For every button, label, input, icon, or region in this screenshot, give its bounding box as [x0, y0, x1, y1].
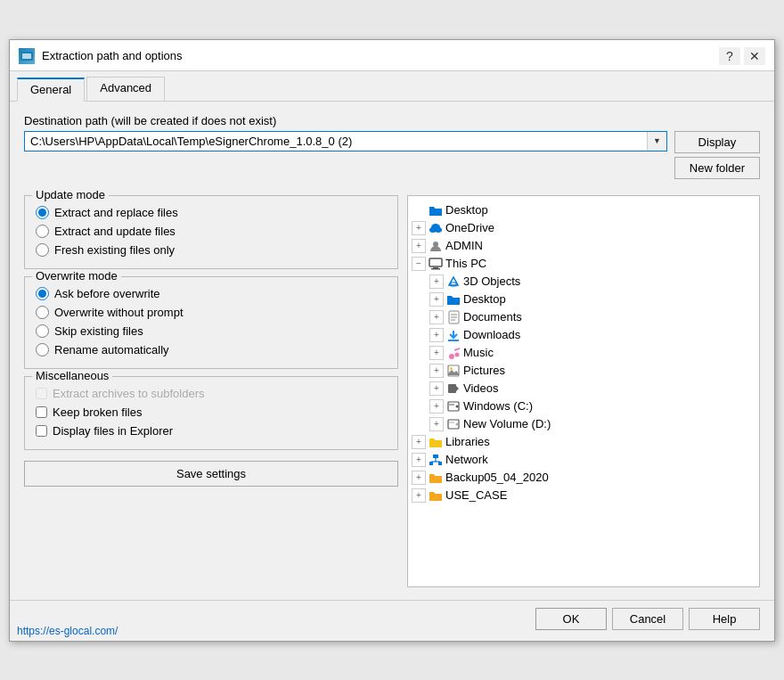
- expand-btn[interactable]: +: [429, 310, 444, 324]
- radio-skip-existing: Skip existing files: [36, 322, 387, 340]
- title-actions: ? ✕: [719, 47, 765, 65]
- documents-icon: [446, 310, 461, 324]
- checkbox-keep-broken: Keep broken files: [36, 403, 387, 422]
- file-tree-panel[interactable]: Desktop + OneDrive + ADMIN: [407, 195, 760, 587]
- destination-right-buttons: Display New folder: [674, 131, 760, 179]
- rename-auto-radio[interactable]: [36, 343, 49, 356]
- extract-subfolders-label[interactable]: Extract archives to subfolders: [53, 387, 205, 400]
- tree-label: OneDrive: [445, 221, 494, 234]
- tree-item-videos[interactable]: + Videos: [412, 380, 755, 397]
- expand-btn[interactable]: +: [429, 399, 444, 414]
- close-button[interactable]: ✕: [744, 47, 765, 65]
- tree-label: ADMIN: [445, 239, 483, 252]
- extract-update-label[interactable]: Extract and update files: [54, 225, 176, 238]
- tree-item-desktop-child[interactable]: + Desktop: [412, 291, 755, 308]
- ask-before-radio[interactable]: [36, 287, 49, 300]
- tree-label: Network: [445, 453, 488, 466]
- expand-btn[interactable]: +: [429, 274, 444, 289]
- tree-item-onedrive[interactable]: + OneDrive: [412, 219, 755, 237]
- footer-link[interactable]: https://es-glocal.com/: [10, 621, 125, 641]
- skip-existing-label[interactable]: Skip existing files: [54, 324, 143, 338]
- hdd-icon: [446, 399, 461, 414]
- destination-dropdown-btn[interactable]: ▼: [647, 132, 666, 151]
- expand-btn[interactable]: +: [429, 381, 444, 396]
- new-folder-button[interactable]: New folder: [674, 157, 760, 179]
- overwrite-no-prompt-radio[interactable]: [36, 306, 49, 319]
- extract-subfolders-checkbox[interactable]: [36, 388, 47, 399]
- tree-item-admin[interactable]: + ADMIN: [412, 237, 755, 255]
- tree-item-3dobjects[interactable]: + 3D Objects: [412, 273, 755, 291]
- tree-label: Backup05_04_2020: [445, 471, 549, 484]
- bottom-bar: https://es-glocal.com/ OK Cancel Help: [10, 600, 774, 641]
- extract-replace-radio[interactable]: [36, 206, 49, 219]
- network-icon: [429, 453, 443, 467]
- help-button[interactable]: Help: [689, 608, 760, 630]
- expand-btn[interactable]: +: [429, 292, 444, 307]
- onedrive-icon: [429, 221, 443, 235]
- extract-replace-label[interactable]: Extract and replace files: [54, 206, 178, 219]
- tree-item-windows-c[interactable]: + Windows (C:): [412, 397, 755, 415]
- tree-item-documents[interactable]: + Documents: [412, 308, 755, 326]
- tree-item-backup[interactable]: + Backup05_04_2020: [412, 469, 755, 487]
- tree-item-network[interactable]: + Network: [412, 451, 755, 469]
- tree-item-desktop-top[interactable]: Desktop: [412, 201, 755, 219]
- tree-item-use-case[interactable]: + USE_CASE: [412, 487, 755, 504]
- keep-broken-label[interactable]: Keep broken files: [53, 406, 142, 419]
- overwrite-no-prompt-label[interactable]: Overwrite without prompt: [54, 306, 184, 319]
- help-title-button[interactable]: ?: [719, 47, 740, 65]
- tree-item-pictures[interactable]: + Pictures: [412, 362, 755, 380]
- save-settings-button[interactable]: Save settings: [24, 461, 398, 487]
- pictures-icon: [446, 364, 461, 378]
- expand-btn[interactable]: +: [412, 435, 426, 449]
- skip-existing-radio[interactable]: [36, 324, 49, 338]
- tab-general[interactable]: General: [17, 78, 85, 102]
- tree-label: Desktop: [445, 203, 488, 217]
- dialog-title: Extraction path and options: [42, 49, 719, 62]
- pc-icon: [429, 257, 443, 271]
- fresh-only-label[interactable]: Fresh existing files only: [54, 243, 175, 257]
- expand-btn[interactable]: +: [412, 471, 426, 485]
- display-explorer-checkbox[interactable]: [36, 425, 47, 437]
- overwrite-mode-label: Overwrite mode: [32, 269, 121, 283]
- ask-before-label[interactable]: Ask before overwrite: [54, 287, 160, 300]
- cancel-button[interactable]: Cancel: [612, 608, 683, 630]
- tree-item-downloads[interactable]: + Downloads: [412, 326, 755, 344]
- expand-btn[interactable]: +: [412, 221, 426, 235]
- expand-btn[interactable]: +: [429, 417, 444, 431]
- tab-advanced[interactable]: Advanced: [86, 77, 165, 101]
- update-mode-group: Update mode Extract and replace files Ex…: [24, 195, 398, 269]
- user-icon: [429, 239, 443, 253]
- tree-item-new-volume[interactable]: + New Volume (D:): [412, 415, 755, 433]
- tree-item-libraries[interactable]: + Libraries: [412, 433, 755, 451]
- destination-input-col: ▼: [24, 131, 667, 152]
- svg-point-4: [431, 224, 440, 231]
- ok-button[interactable]: OK: [535, 608, 607, 630]
- expand-btn[interactable]: +: [429, 346, 444, 360]
- downloads-icon: [446, 328, 461, 342]
- backup-icon: [429, 471, 443, 485]
- expand-btn[interactable]: −: [412, 257, 426, 271]
- rename-auto-label[interactable]: Rename automatically: [54, 343, 169, 356]
- libraries-icon: [429, 435, 443, 449]
- destination-section: Destination path (will be created if doe…: [24, 114, 760, 186]
- svg-rect-28: [433, 455, 438, 458]
- tree-item-music[interactable]: + Music: [412, 344, 755, 362]
- destination-path-input[interactable]: [25, 132, 647, 151]
- expand-btn[interactable]: +: [412, 239, 426, 253]
- display-explorer-label[interactable]: Display files in Explorer: [53, 424, 173, 438]
- tree-label: Pictures: [463, 364, 505, 377]
- title-bar: Extraction path and options ? ✕: [10, 40, 774, 71]
- display-button[interactable]: Display: [674, 131, 760, 153]
- keep-broken-checkbox[interactable]: [36, 406, 47, 418]
- expand-btn[interactable]: +: [412, 488, 426, 503]
- fresh-only-radio[interactable]: [36, 243, 49, 257]
- expand-btn[interactable]: +: [429, 328, 444, 342]
- tree-item-thispc[interactable]: − This PC: [412, 255, 755, 273]
- radio-rename-auto: Rename automatically: [36, 340, 387, 359]
- extract-update-radio[interactable]: [36, 225, 49, 238]
- expand-btn[interactable]: +: [429, 364, 444, 378]
- expand-btn[interactable]: +: [412, 453, 426, 467]
- use-case-icon: [429, 488, 443, 503]
- radio-fresh-only: Fresh existing files only: [36, 241, 387, 259]
- tree-label: New Volume (D:): [463, 417, 551, 430]
